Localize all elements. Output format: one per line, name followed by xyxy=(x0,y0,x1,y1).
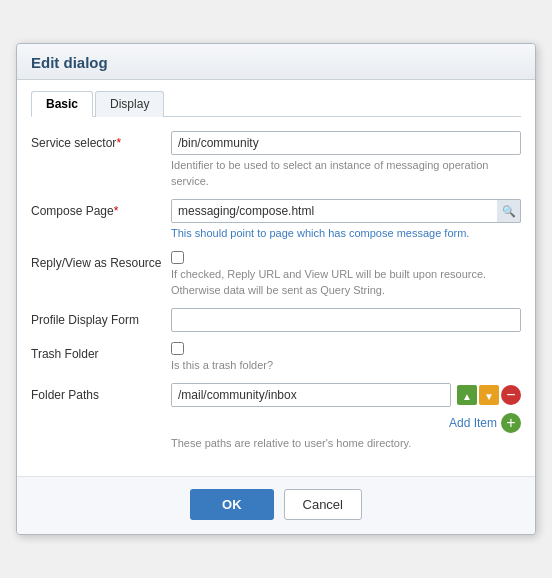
folder-paths-label: Folder Paths xyxy=(31,383,171,402)
profile-display-content xyxy=(171,308,521,332)
folder-path-input[interactable] xyxy=(171,383,451,407)
service-selector-row: Service selector* Identifier to be used … xyxy=(31,131,521,189)
reply-view-checkbox-row xyxy=(171,251,521,264)
folder-path-remove-button[interactable] xyxy=(501,385,521,405)
folder-path-item xyxy=(171,383,521,407)
trash-folder-row: Trash Folder Is this a trash folder? xyxy=(31,342,521,373)
folder-path-down-button[interactable] xyxy=(479,385,499,405)
reply-view-hint: If checked, Reply URL and View URL will … xyxy=(171,267,521,298)
service-selector-label: Service selector* xyxy=(31,131,171,150)
dialog-body: Basic Display Service selector* Identifi… xyxy=(17,80,535,476)
reply-view-checkbox[interactable] xyxy=(171,251,184,264)
service-selector-content: Identifier to be used to select an insta… xyxy=(171,131,521,189)
folder-paths-area: Add Item These paths are relative to use… xyxy=(171,383,521,451)
compose-page-row: Compose Page* This should point to page … xyxy=(31,199,521,241)
compose-page-input-wrapper xyxy=(171,199,521,223)
minus-icon xyxy=(506,387,515,403)
add-item-row: Add Item xyxy=(171,413,521,433)
profile-display-row: Profile Display Form xyxy=(31,308,521,332)
folder-paths-row: Folder Paths xyxy=(31,383,521,451)
dialog-footer: OK Cancel xyxy=(17,476,535,534)
service-selector-hint: Identifier to be used to select an insta… xyxy=(171,158,521,189)
trash-folder-label: Trash Folder xyxy=(31,342,171,361)
search-icon xyxy=(502,203,516,218)
ok-button[interactable]: OK xyxy=(190,489,274,520)
compose-page-content: This should point to page which has comp… xyxy=(171,199,521,241)
dialog-header: Edit dialog xyxy=(17,44,535,80)
up-arrow-icon xyxy=(462,387,472,403)
add-item-button[interactable] xyxy=(501,413,521,433)
down-arrow-icon xyxy=(484,387,494,403)
profile-display-input[interactable] xyxy=(171,308,521,332)
tab-display[interactable]: Display xyxy=(95,91,164,117)
cancel-button[interactable]: Cancel xyxy=(284,489,362,520)
tabs-bar: Basic Display xyxy=(31,90,521,117)
trash-folder-hint: Is this a trash folder? xyxy=(171,358,521,373)
add-item-link[interactable]: Add Item xyxy=(449,416,497,430)
reply-view-label: Reply/View as Resource xyxy=(31,251,171,270)
compose-page-hint: This should point to page which has comp… xyxy=(171,226,521,241)
tab-basic[interactable]: Basic xyxy=(31,91,93,117)
plus-icon xyxy=(506,415,515,431)
compose-page-label: Compose Page* xyxy=(31,199,171,218)
trash-folder-checkbox-row xyxy=(171,342,521,355)
folder-paths-hint: These paths are relative to user's home … xyxy=(171,436,521,451)
reply-view-content: If checked, Reply URL and View URL will … xyxy=(171,251,521,298)
folder-paths-content: Add Item These paths are relative to use… xyxy=(171,383,521,451)
folder-path-up-button[interactable] xyxy=(457,385,477,405)
compose-page-search-button[interactable] xyxy=(497,199,521,223)
compose-page-input[interactable] xyxy=(171,199,521,223)
profile-display-label: Profile Display Form xyxy=(31,308,171,327)
dialog-title: Edit dialog xyxy=(31,54,108,71)
trash-folder-content: Is this a trash folder? xyxy=(171,342,521,373)
reply-view-row: Reply/View as Resource If checked, Reply… xyxy=(31,251,521,298)
trash-folder-checkbox[interactable] xyxy=(171,342,184,355)
edit-dialog: Edit dialog Basic Display Service select… xyxy=(16,43,536,535)
service-selector-input[interactable] xyxy=(171,131,521,155)
